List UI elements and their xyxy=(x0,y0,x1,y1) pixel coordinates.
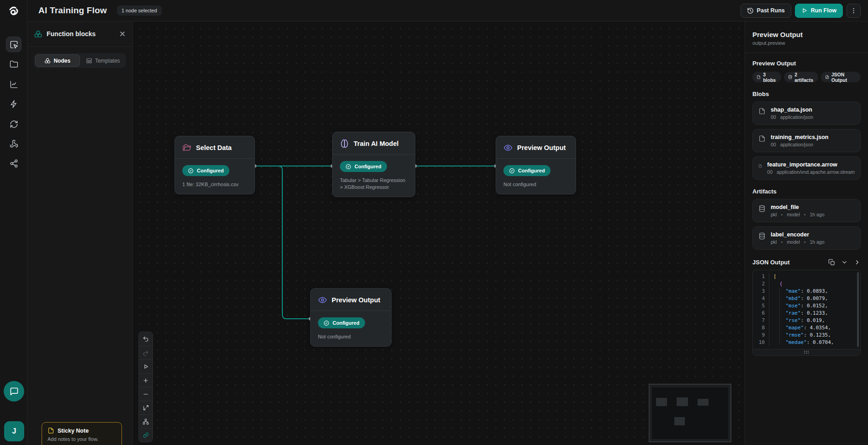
folder-open-icon xyxy=(182,143,191,152)
json-code-block: 12345678910 [ { "mae": 0.0893, "mbd": 0.… xyxy=(752,270,861,356)
past-runs-button[interactable]: Past Runs xyxy=(741,4,791,18)
blob-card[interactable]: shap_data.json 00application/json xyxy=(752,102,861,125)
flow-canvas[interactable]: Select Data Configured 1 file: 32KB_cirr… xyxy=(133,21,745,445)
minimap[interactable] xyxy=(649,384,731,442)
blob-size: 00 xyxy=(771,142,776,147)
code-lines[interactable]: [ { "mae": 0.0893, "mbd": 0.0079, "mse":… xyxy=(769,273,860,346)
chat-button[interactable] xyxy=(4,381,24,402)
run-flow-button[interactable]: Run Flow xyxy=(795,4,843,18)
node-title: Select Data xyxy=(196,144,232,151)
check-circle-icon xyxy=(323,320,329,326)
grip-dots-icon xyxy=(804,351,810,354)
tab-templates[interactable]: Templates xyxy=(81,54,125,67)
line-number: 6 xyxy=(753,310,765,317)
inspector-panel: Preview Output output.preview Preview Ou… xyxy=(745,21,868,445)
line-number: 9 xyxy=(753,332,765,339)
redo-icon xyxy=(143,350,149,356)
code-line: "medae": 0.0704, xyxy=(773,339,860,346)
open-json-button[interactable] xyxy=(854,259,861,266)
eye-icon xyxy=(503,143,513,152)
artifact-card[interactable]: label_encoder pkl•model•1h ago xyxy=(752,226,861,250)
code-line: "mape": 4.0354, xyxy=(773,324,860,332)
history-icon xyxy=(747,7,754,14)
line-number: 3 xyxy=(753,288,765,295)
auto-layout-button[interactable] xyxy=(139,414,153,428)
chevron-down-icon xyxy=(841,259,848,266)
node-title: Train AI Model xyxy=(354,140,399,147)
minimap-node xyxy=(677,397,688,406)
node-select-data[interactable]: Select Data Configured 1 file: 32KB_cirr… xyxy=(175,136,255,194)
line-chart-icon xyxy=(10,80,18,89)
status-badge: Configured xyxy=(182,165,229,176)
blob-name: shap_data.json xyxy=(771,107,813,113)
code-line: { xyxy=(773,280,860,288)
status-badge: Configured xyxy=(318,317,365,328)
undo-button[interactable] xyxy=(139,332,153,346)
rail-item-webhooks[interactable] xyxy=(6,136,21,151)
undo-icon xyxy=(143,336,149,342)
node-train-ai-model[interactable]: Train AI Model Configured Tabular > Tabu… xyxy=(332,132,415,197)
blob-mime: application/vnd.apache.arrow.stream xyxy=(777,169,855,175)
artifact-kind: model xyxy=(787,212,800,217)
zoom-out-button[interactable] xyxy=(139,387,153,401)
json-output-pill[interactable]: JSON Output xyxy=(821,72,861,82)
rail-item-analytics[interactable] xyxy=(6,76,21,92)
minimap-node xyxy=(674,417,685,425)
rail-item-select[interactable] xyxy=(6,37,21,52)
network-icon xyxy=(143,418,149,425)
tab-nodes[interactable]: Nodes xyxy=(35,54,80,67)
node-preview-output-top[interactable]: Preview Output Configured Not configured xyxy=(496,136,576,194)
maximize-icon xyxy=(143,405,149,411)
edge-select-to-preview-bottom[interactable] xyxy=(255,166,310,319)
resize-handle[interactable] xyxy=(753,349,860,355)
check-circle-icon xyxy=(509,168,515,174)
blob-name: feature_importance.arrow xyxy=(767,161,855,168)
blob-card[interactable]: feature_importance.arrow 00application/v… xyxy=(752,156,861,180)
copy-icon xyxy=(828,259,835,266)
blob-card[interactable]: training_metrics.json 00application/json xyxy=(752,129,861,152)
code-line: "mbd": 0.0079, xyxy=(773,295,860,302)
artifact-type: pkl xyxy=(771,239,777,245)
close-icon[interactable] xyxy=(119,30,126,38)
check-circle-icon xyxy=(345,164,351,170)
json-output-heading: JSON Output xyxy=(752,259,828,266)
line-number: 2 xyxy=(753,280,765,288)
collapse-json-button[interactable] xyxy=(841,259,848,266)
page-title: AI Training Flow xyxy=(38,5,107,16)
share-network-icon xyxy=(10,159,18,168)
minimap-node xyxy=(656,398,667,406)
fit-view-button[interactable] xyxy=(139,401,153,414)
file-icon xyxy=(757,75,761,80)
sticky-note-template[interactable]: Sticky Note Add notes to your flow. xyxy=(42,422,122,445)
rail-item-actions[interactable] xyxy=(6,96,21,112)
blobs-count-pill[interactable]: 3 blobs xyxy=(752,72,781,82)
templates-icon xyxy=(86,58,92,64)
more-menu-button[interactable] xyxy=(847,4,861,18)
rail-item-share[interactable] xyxy=(6,155,21,171)
code-scrollbar[interactable] xyxy=(857,272,859,347)
brain-icon xyxy=(340,139,349,148)
check-circle-icon xyxy=(188,168,194,174)
copy-json-button[interactable] xyxy=(828,259,835,266)
zoom-in-button[interactable] xyxy=(139,373,153,387)
file-icon xyxy=(758,162,762,170)
artifact-type: pkl xyxy=(771,212,777,217)
artifact-card[interactable]: model_file pkl•model•1h ago xyxy=(752,199,861,222)
node-preview-output-bottom[interactable]: Preview Output Configured Not configured xyxy=(310,288,392,347)
node-detail: Not configured xyxy=(318,333,384,340)
rail-item-sync[interactable] xyxy=(6,116,21,132)
code-line: "rmse": 0.1235, xyxy=(773,332,860,339)
node-title: Preview Output xyxy=(517,144,566,151)
play-icon xyxy=(801,7,808,14)
link-button[interactable] xyxy=(139,428,153,442)
sticky-note-title: Sticky Note xyxy=(58,428,89,434)
hexagons-icon xyxy=(34,30,42,38)
play-button[interactable] xyxy=(139,359,153,373)
artifact-age: 1h ago xyxy=(810,212,824,217)
inspector-subtitle: output.preview xyxy=(752,40,861,46)
rail-item-files[interactable] xyxy=(6,56,21,72)
artifact-name: model_file xyxy=(771,204,825,210)
user-avatar[interactable]: J xyxy=(4,421,24,441)
artifacts-count-pill[interactable]: 2 artifacts xyxy=(784,72,818,82)
redo-button[interactable] xyxy=(139,346,153,359)
